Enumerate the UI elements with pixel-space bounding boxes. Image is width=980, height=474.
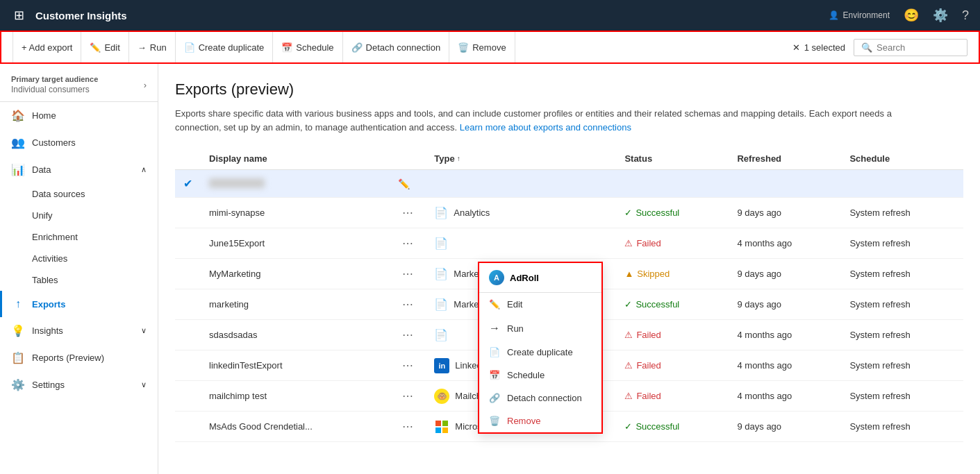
user-icon[interactable]: 😊 <box>904 8 919 23</box>
row-name-cell: mailchimp test <box>201 381 390 412</box>
row-schedule-cell: System refresh <box>841 289 963 320</box>
row-checkbox-cell[interactable]: ✔ <box>175 170 201 198</box>
row-checkbox-cell[interactable] <box>175 350 201 381</box>
run-button[interactable]: → Run <box>129 32 176 62</box>
sidebar-item-unify[interactable]: Unify <box>0 205 158 226</box>
success-icon: ✓ <box>624 208 632 218</box>
sidebar-item-customers[interactable]: 👥 Customers <box>0 129 158 156</box>
row-schedule-cell: System refresh <box>841 198 963 228</box>
row-context-menu-button[interactable]: ⋯ <box>398 357 417 373</box>
add-export-button[interactable]: + Add export <box>13 32 81 62</box>
search-input[interactable] <box>877 42 960 53</box>
top-bar: ⊞ Customer Insights 👤 Environment 😊 ⚙️ ? <box>0 0 980 31</box>
detach-connection-button[interactable]: 🔗 Detach connection <box>343 32 450 62</box>
sidebar-item-reports[interactable]: 📋 Reports (Preview) <box>0 344 158 371</box>
remove-label: Remove <box>507 416 540 426</box>
schedule-context-icon: 📅 <box>489 370 500 380</box>
row-name-cell: MsAds Good Crendetial... <box>201 412 390 442</box>
row-dots-cell: ⋯ <box>390 320 426 350</box>
doc-type-icon: 📄 <box>434 206 448 219</box>
remove-button[interactable]: 🗑️ Remove <box>449 32 515 62</box>
customers-icon: 👥 <box>11 136 25 149</box>
schedule-label: Schedule <box>507 370 545 380</box>
col-checkbox <box>175 148 201 170</box>
row-refreshed-cell: 4 months ago <box>729 381 841 412</box>
row-type-cell: 📄 <box>426 228 616 259</box>
context-menu: A AdRoll ✏️ Edit → Run 📄 Create duplicat… <box>478 262 603 434</box>
context-menu-schedule[interactable]: 📅 Schedule <box>479 364 601 387</box>
schedule-button[interactable]: 📅 Schedule <box>273 32 342 62</box>
row-status-cell: ✓ Successful <box>616 412 729 442</box>
context-menu-edit[interactable]: ✏️ Edit <box>479 293 601 316</box>
row-context-menu-button[interactable]: ⋯ <box>398 296 417 312</box>
sidebar-item-activities[interactable]: Activities <box>0 248 158 269</box>
row-context-menu-button[interactable]: ⋯ <box>398 388 417 404</box>
unify-label: Unify <box>32 210 53 221</box>
failed-icon: ⚠ <box>624 360 633 371</box>
data-chevron-icon: ∧ <box>141 165 147 174</box>
col-schedule: Schedule <box>841 148 963 170</box>
table-row: ✔ ✏️ <box>175 170 963 198</box>
row-status-cell: ⚠ Failed <box>616 228 729 259</box>
settings-icon[interactable]: ⚙️ <box>933 8 948 23</box>
row-context-menu-button[interactable]: ⋯ <box>398 235 417 251</box>
row-context-menu-button[interactable]: ⋯ <box>398 327 417 343</box>
hamburger-menu[interactable]: ⊞ <box>11 5 27 26</box>
context-menu-remove[interactable]: 🗑️ Remove <box>479 409 601 432</box>
sidebar-item-settings[interactable]: ⚙️ Settings ∨ <box>0 371 158 398</box>
detach-icon: 🔗 <box>351 42 363 53</box>
row-checkbox-cell[interactable] <box>175 259 201 289</box>
sidebar-home-label: Home <box>32 110 56 121</box>
reports-icon: 📋 <box>11 351 25 364</box>
env-icon: 👤 <box>829 10 839 20</box>
sidebar-item-data-sources[interactable]: Data sources <box>0 183 158 205</box>
row-name-cell: MyMarketing <box>201 259 390 289</box>
sidebar-item-enrichment[interactable]: Enrichment <box>0 226 158 248</box>
col-status: Status <box>616 148 729 170</box>
row-refreshed-cell: 9 days ago <box>729 289 841 320</box>
row-checkbox-cell[interactable] <box>175 228 201 259</box>
row-checkbox-cell[interactable] <box>175 320 201 350</box>
learn-more-link[interactable]: Learn more about exports and connections <box>460 122 631 133</box>
row-context-menu-button[interactable]: ⋯ <box>398 205 417 221</box>
sidebar-item-insights[interactable]: 💡 Insights ∨ <box>0 317 158 344</box>
row-context-menu-button[interactable]: ⋯ <box>398 418 417 434</box>
audience-chevron-icon[interactable]: › <box>144 80 147 90</box>
edit-icon: ✏️ <box>90 42 101 53</box>
svg-rect-2 <box>435 428 441 433</box>
col-display-name: Display name <box>201 148 390 170</box>
sidebar-item-data[interactable]: 📊 Data ∧ <box>0 156 158 183</box>
row-checkbox-cell[interactable] <box>175 412 201 442</box>
search-box[interactable]: 🔍 <box>854 39 967 56</box>
sidebar-item-tables[interactable]: Tables <box>0 269 158 291</box>
create-duplicate-button[interactable]: 📄 Create duplicate <box>176 32 274 62</box>
clear-selection-icon[interactable]: ✕ <box>792 42 800 53</box>
sidebar-item-home[interactable]: 🏠 Home <box>0 102 158 129</box>
table-row: June15Export ⋯ 📄 ⚠ Failed 4 months ago S… <box>175 228 963 259</box>
context-menu-run[interactable]: → Run <box>479 316 601 341</box>
row-dots-cell: ⋯ <box>390 381 426 412</box>
settings-label: Settings <box>32 380 65 390</box>
col-refreshed: Refreshed <box>729 148 841 170</box>
msads-type-icon <box>434 419 449 434</box>
context-menu-detach[interactable]: 🔗 Detach connection <box>479 387 601 409</box>
checked-checkbox-icon[interactable]: ✔ <box>183 178 192 189</box>
sidebar-item-exports[interactable]: ↑ Exports <box>0 291 158 317</box>
row-edit-icon[interactable]: ✏️ <box>398 178 410 189</box>
row-schedule-cell: System refresh <box>841 412 963 442</box>
context-menu-create-duplicate[interactable]: 📄 Create duplicate <box>479 341 601 364</box>
row-checkbox-cell[interactable] <box>175 198 201 228</box>
row-checkbox-cell[interactable] <box>175 381 201 412</box>
failed-icon: ⚠ <box>624 330 633 340</box>
row-refreshed-cell: 9 days ago <box>729 259 841 289</box>
linkedin-type-icon: in <box>434 358 449 373</box>
row-checkbox-cell[interactable] <box>175 289 201 320</box>
help-icon[interactable]: ? <box>962 8 969 23</box>
success-icon: ✓ <box>624 299 632 310</box>
edit-context-icon: ✏️ <box>489 299 500 310</box>
row-dots-cell: ⋯ <box>390 259 426 289</box>
row-refreshed-cell: 4 months ago <box>729 320 841 350</box>
run-icon: → <box>138 42 147 53</box>
row-context-menu-button[interactable]: ⋯ <box>398 266 417 282</box>
edit-button[interactable]: ✏️ Edit <box>81 32 128 62</box>
